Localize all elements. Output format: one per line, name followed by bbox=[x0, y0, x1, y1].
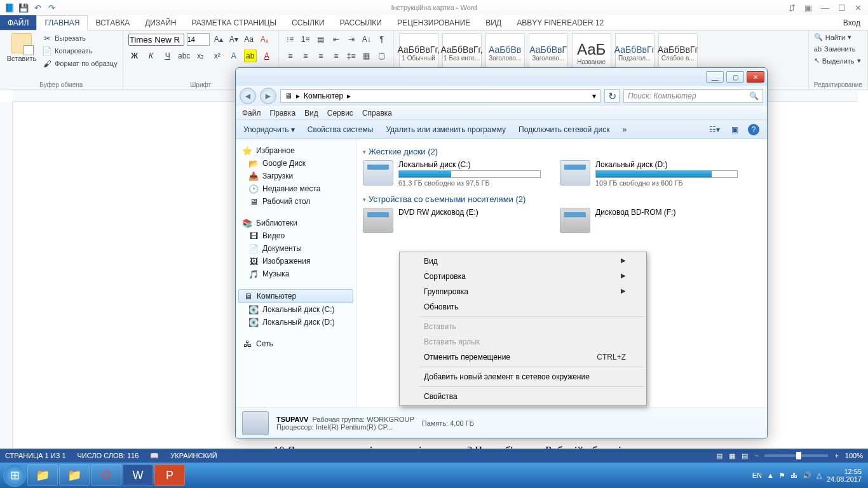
ctx-item-9[interactable]: Добавить новый элемент в сетевое окружен… bbox=[401, 369, 645, 384]
style-3[interactable]: АаБбВвГЗаголово... bbox=[529, 33, 568, 72]
find-button[interactable]: 🔍Найти ▾ bbox=[814, 33, 851, 41]
justify-icon[interactable]: ≡ bbox=[330, 50, 342, 62]
undo-icon[interactable]: ↶ bbox=[32, 2, 43, 13]
removable-0[interactable]: DVD RW дисковод (E:) bbox=[363, 208, 541, 233]
change-case-icon[interactable]: Aa bbox=[243, 33, 255, 46]
tab-layout[interactable]: РАЗМЕТКА СТРАНИЦЫ bbox=[184, 15, 285, 30]
shading-icon[interactable]: ▦ bbox=[360, 50, 373, 62]
highlight-icon[interactable]: ab bbox=[244, 50, 257, 62]
tab-mailings[interactable]: РАССЫЛКИ bbox=[332, 15, 390, 30]
borders-icon[interactable]: ▢ bbox=[376, 50, 388, 62]
font-color-icon[interactable]: A bbox=[261, 50, 273, 62]
ctx-item-11[interactable]: Свойства bbox=[401, 389, 645, 404]
nav-desktop[interactable]: 🖥Рабочий стол bbox=[236, 195, 356, 208]
tray-volume-icon[interactable]: 🔊 bbox=[803, 471, 811, 480]
nav-libraries[interactable]: 📚Библиотеки bbox=[236, 217, 356, 229]
nav-computer[interactable]: 🖥Компьютер bbox=[238, 289, 353, 303]
view-print-icon[interactable]: ▦ bbox=[729, 452, 735, 460]
tab-file[interactable]: ФАЙЛ bbox=[0, 15, 36, 30]
numbering-icon[interactable]: 1≡ bbox=[299, 33, 312, 46]
view-options-icon[interactable]: ☷▾ bbox=[707, 123, 721, 137]
text-effects-icon[interactable]: A bbox=[227, 50, 240, 62]
ruler-vertical[interactable] bbox=[0, 102, 13, 451]
shrink-font-icon[interactable]: A▾ bbox=[227, 33, 240, 46]
sort-icon[interactable]: A↓ bbox=[360, 33, 373, 46]
underline-icon[interactable]: Ч bbox=[161, 50, 174, 62]
taskbar-explorer1[interactable]: 📁 bbox=[27, 464, 58, 486]
grow-font-icon[interactable]: A▴ bbox=[212, 33, 225, 46]
taskbar-powerpoint[interactable]: P bbox=[154, 464, 185, 486]
tab-references[interactable]: ССЫЛКИ bbox=[284, 15, 332, 30]
tray-lang[interactable]: EN bbox=[752, 471, 762, 479]
tray-action-center-icon[interactable]: ⚑ bbox=[779, 471, 785, 480]
redo-icon[interactable]: ↷ bbox=[46, 2, 57, 13]
copy-button[interactable]: 📄Копировать bbox=[42, 46, 118, 56]
tray-network-icon[interactable]: 🖧 bbox=[790, 471, 797, 479]
status-page[interactable]: СТРАНИЦА 1 ИЗ 1 bbox=[5, 452, 66, 459]
style-6[interactable]: АаБбВвГгСлабое в... bbox=[658, 33, 698, 72]
clear-format-icon[interactable]: Aᵪ bbox=[258, 33, 271, 46]
nav-pictures[interactable]: 🖼Изображения bbox=[236, 255, 356, 268]
ctx-item-1[interactable]: Сортировка▶ bbox=[401, 269, 645, 284]
close-icon[interactable]: ✕ bbox=[855, 3, 862, 13]
nav-downloads[interactable]: 📥Загрузки bbox=[236, 170, 356, 182]
nav-network[interactable]: 🖧Сеть bbox=[236, 337, 356, 350]
explorer-minimize-button[interactable]: __ bbox=[706, 71, 724, 83]
taskbar-explorer2[interactable]: 📁 bbox=[59, 464, 90, 486]
nav-videos[interactable]: 🎞Видео bbox=[236, 229, 356, 242]
section-removable[interactable]: Устройства со съемными носителями (2) bbox=[363, 194, 761, 204]
help-icon[interactable]: ? bbox=[748, 124, 759, 135]
ctx-item-2[interactable]: Группировка▶ bbox=[401, 284, 645, 299]
cut-button[interactable]: ✂Вырезать bbox=[42, 33, 118, 43]
bold-icon[interactable]: Ж bbox=[128, 50, 141, 62]
style-4[interactable]: АаБНазвание bbox=[572, 33, 611, 72]
cmd-uninstall[interactable]: Удалить или изменить программу bbox=[386, 125, 506, 134]
tab-design[interactable]: ДИЗАЙН bbox=[137, 15, 184, 30]
paste-button[interactable]: Вставить bbox=[5, 33, 38, 62]
tab-insert[interactable]: ВСТАВКА bbox=[88, 15, 137, 30]
style-1[interactable]: АаБбВвГг,1 Без инте... bbox=[442, 33, 482, 72]
menu-help[interactable]: Справка bbox=[362, 109, 392, 118]
minimize-icon[interactable]: — bbox=[821, 3, 829, 13]
menu-tools[interactable]: Сервис bbox=[327, 109, 353, 118]
fullscreen-icon[interactable]: ▣ bbox=[804, 3, 812, 13]
italic-icon[interactable]: К bbox=[145, 50, 158, 62]
font-size-select[interactable] bbox=[187, 33, 210, 46]
view-read-icon[interactable]: ▤ bbox=[716, 452, 722, 460]
taskbar-word[interactable]: W bbox=[123, 464, 153, 486]
taskbar-opera[interactable]: O bbox=[91, 464, 121, 486]
nav-documents[interactable]: 📄Документы bbox=[236, 242, 356, 255]
explorer-close-button[interactable]: ✕ bbox=[747, 71, 764, 83]
tab-home[interactable]: ГЛАВНАЯ bbox=[36, 15, 88, 30]
refresh-button[interactable]: ↻ bbox=[604, 89, 620, 103]
align-left-icon[interactable]: ≡ bbox=[284, 50, 297, 62]
tab-review[interactable]: РЕЦЕНЗИРОВАНИЕ bbox=[390, 15, 478, 30]
drive-1[interactable]: Локальный диск (D:)109 ГБ свободно из 60… bbox=[560, 160, 738, 187]
format-painter-button[interactable]: 🖌Формат по образцу bbox=[42, 58, 118, 69]
restore-icon[interactable]: ☐ bbox=[838, 3, 846, 13]
cmd-map-drive[interactable]: Подключить сетевой диск bbox=[519, 125, 609, 134]
nav-forward-button[interactable]: ► bbox=[260, 88, 276, 104]
status-proofing-icon[interactable]: 📖 bbox=[150, 452, 159, 460]
nav-drive-c[interactable]: 💽Локальный диск (C:) bbox=[236, 303, 356, 316]
menu-view[interactable]: Вид bbox=[304, 109, 318, 118]
nav-favorites[interactable]: ⭐Избранное bbox=[236, 144, 356, 157]
replace-button[interactable]: abЗаменить bbox=[814, 45, 856, 53]
preview-pane-icon[interactable]: ▣ bbox=[728, 123, 742, 137]
nav-gdrive[interactable]: 📂Google Диск bbox=[236, 157, 356, 170]
chevron-down-icon[interactable]: ▾ bbox=[592, 92, 596, 100]
superscript-icon[interactable]: x² bbox=[211, 50, 224, 62]
bullets-icon[interactable]: ⁝≡ bbox=[284, 33, 297, 46]
align-center-icon[interactable]: ≡ bbox=[299, 50, 312, 62]
font-name-select[interactable] bbox=[128, 34, 184, 46]
style-2[interactable]: АаБбВвЗаголово... bbox=[485, 33, 525, 72]
tray-gdrive-icon[interactable]: △ bbox=[817, 471, 822, 480]
nav-back-button[interactable]: ◄ bbox=[240, 88, 256, 104]
cmd-organize[interactable]: Упорядочить ▾ bbox=[243, 125, 295, 134]
zoom-out-icon[interactable]: − bbox=[754, 452, 758, 459]
explorer-search-input[interactable]: Поиск: Компьютер 🔍 bbox=[623, 89, 763, 103]
section-hard-drives[interactable]: Жесткие диски (2) bbox=[363, 147, 761, 156]
line-spacing-icon[interactable]: ‡≡ bbox=[345, 50, 358, 62]
removable-1[interactable]: Дисковод BD-ROM (F:) bbox=[560, 208, 738, 233]
inc-indent-icon[interactable]: ⇥ bbox=[345, 33, 358, 46]
